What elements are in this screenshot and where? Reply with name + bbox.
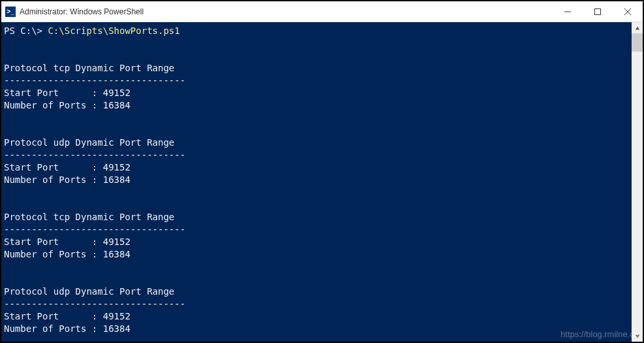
output-line: Number of Ports : 16384: [4, 323, 130, 334]
output-line: ---------------------------------: [4, 224, 185, 235]
window-title: Administrator: Windows PowerShell: [20, 7, 553, 16]
window-controls: [553, 1, 643, 22]
minimize-button[interactable]: [553, 1, 583, 22]
output-line: Start Port : 49152: [4, 162, 130, 172]
output-line: ---------------------------------: [4, 75, 185, 86]
scroll-down-arrow[interactable]: [632, 331, 643, 342]
prompt-prefix: PS C:\>: [4, 25, 48, 36]
output-line: Number of Ports : 16384: [4, 100, 130, 110]
output-line: ---------------------------------: [4, 299, 185, 309]
output-line: Protocol tcp Dynamic Port Range: [4, 63, 174, 73]
output-line: ---------------------------------: [4, 150, 185, 160]
output-line: Start Port : 49152: [4, 311, 130, 321]
svg-marker-4: [635, 26, 639, 29]
scroll-track[interactable]: [632, 33, 643, 331]
titlebar[interactable]: >_ Administrator: Windows PowerShell: [1, 1, 643, 22]
svg-marker-5: [635, 335, 639, 338]
svg-rect-1: [595, 8, 601, 14]
vertical-scrollbar[interactable]: [632, 22, 643, 342]
close-button[interactable]: [613, 1, 643, 22]
maximize-button[interactable]: [583, 1, 613, 22]
output-line: Protocol udp Dynamic Port Range: [4, 286, 174, 297]
prompt-command: C:\Scripts\ShowPorts.ps1: [48, 25, 179, 36]
terminal-output[interactable]: PS C:\> C:\Scripts\ShowPorts.ps1 Protoco…: [1, 22, 632, 342]
terminal-wrapper: PS C:\> C:\Scripts\ShowPorts.ps1 Protoco…: [1, 22, 643, 342]
output-line: Number of Ports : 16384: [4, 174, 130, 185]
scroll-up-arrow[interactable]: [632, 22, 643, 33]
output-line: Start Port : 49152: [4, 237, 130, 247]
output-line: Protocol udp Dynamic Port Range: [4, 137, 174, 148]
output-line: Protocol tcp Dynamic Port Range: [4, 212, 174, 222]
powershell-icon: >_: [5, 7, 16, 17]
scroll-thumb[interactable]: [632, 33, 643, 52]
output-line: Start Port : 49152: [4, 88, 130, 98]
output-line: Number of Ports : 16384: [4, 249, 130, 259]
